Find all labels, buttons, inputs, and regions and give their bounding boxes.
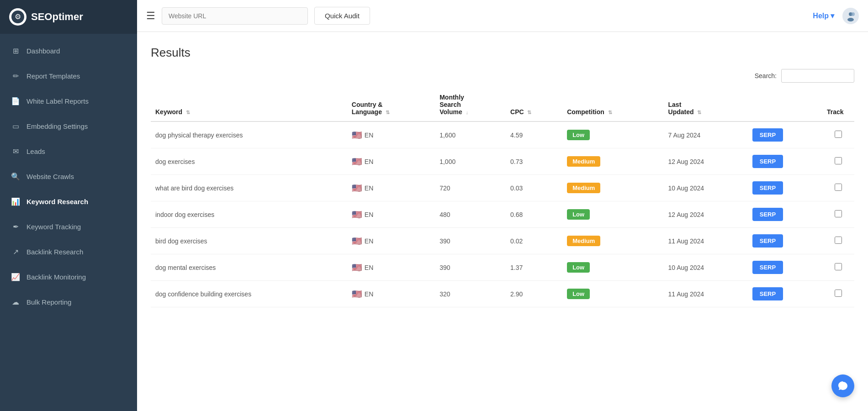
sidebar-item-white-label-reports[interactable]: 📄White Label Reports <box>0 89 137 114</box>
lang-1: EN <box>365 158 373 165</box>
serp-button-0[interactable]: SERP <box>752 128 783 142</box>
svg-text:⚙: ⚙ <box>15 13 21 21</box>
nav-icon-backlink-monitoring: 📈 <box>11 273 20 281</box>
flag-icon-4: 🇺🇸 <box>352 236 362 246</box>
cell-updated-3: 12 Aug 2024 <box>664 201 748 228</box>
table-row: indoor dog exercises 🇺🇸 EN 480 0.68 Low … <box>151 201 854 228</box>
cell-cpc-1: 0.73 <box>506 148 562 175</box>
flag-icon-6: 🇺🇸 <box>352 289 362 299</box>
sidebar-label-keyword-tracking: Keyword Tracking <box>26 223 81 231</box>
table-body: dog physical therapy exercises 🇺🇸 EN 1,6… <box>151 121 854 307</box>
cell-track-4 <box>822 228 854 254</box>
cell-country-2: 🇺🇸 EN <box>347 175 435 201</box>
track-checkbox-2[interactable] <box>835 184 842 191</box>
track-checkbox-1[interactable] <box>835 157 842 164</box>
nav-icon-keyword-research: 📊 <box>11 197 20 206</box>
url-input[interactable] <box>162 7 308 25</box>
table-row: dog mental exercises 🇺🇸 EN 390 1.37 Low … <box>151 254 854 281</box>
table-header: Keyword ⇅ Country &Language ⇅ MonthlySea… <box>151 88 854 121</box>
sidebar-label-backlink-monitoring: Backlink Monitoring <box>26 273 86 281</box>
serp-button-4[interactable]: SERP <box>752 234 783 248</box>
track-checkbox-0[interactable] <box>835 131 842 138</box>
sort-icon-updated[interactable]: ⇅ <box>697 110 701 116</box>
sidebar-item-keyword-research[interactable]: 📊Keyword Research <box>0 189 137 214</box>
cell-volume-6: 320 <box>435 281 506 307</box>
sort-icon-keyword[interactable]: ⇅ <box>186 110 190 116</box>
track-checkbox-5[interactable] <box>835 263 842 270</box>
track-checkbox-3[interactable] <box>835 210 842 217</box>
sort-icon-cpc[interactable]: ⇅ <box>527 110 531 116</box>
cell-serp-0: SERP <box>748 121 822 148</box>
cell-competition-6: Low <box>562 281 663 307</box>
cell-updated-2: 10 Aug 2024 <box>664 175 748 201</box>
chat-bubble[interactable] <box>831 374 854 397</box>
cell-competition-4: Medium <box>562 228 663 254</box>
sort-icon-volume[interactable]: ↓ <box>466 110 469 115</box>
nav-icon-bulk-reporting: ☁ <box>11 298 20 306</box>
track-checkbox-4[interactable] <box>835 237 842 244</box>
serp-button-5[interactable]: SERP <box>752 261 783 274</box>
competition-badge-3: Low <box>567 209 590 220</box>
sidebar-label-bulk-reporting: Bulk Reporting <box>26 298 71 306</box>
competition-badge-4: Medium <box>567 236 600 246</box>
cell-keyword-2: what are bird dog exercises <box>151 175 347 201</box>
cell-country-0: 🇺🇸 EN <box>347 121 435 148</box>
user-avatar[interactable] <box>842 8 859 24</box>
serp-button-2[interactable]: SERP <box>752 181 783 195</box>
cell-serp-6: SERP <box>748 281 822 307</box>
cell-volume-5: 390 <box>435 254 506 281</box>
flag-icon-1: 🇺🇸 <box>352 157 362 167</box>
sidebar-label-leads: Leads <box>26 148 45 155</box>
sidebar-label-website-crawls: Website Crawls <box>26 173 74 180</box>
sidebar-item-embedding-settings[interactable]: ▭Embedding Settings <box>0 114 137 139</box>
serp-button-6[interactable]: SERP <box>752 287 783 300</box>
nav-icon-leads: ✉ <box>11 147 20 156</box>
cell-competition-2: Medium <box>562 175 663 201</box>
sidebar: ⚙ SEOptimer ⊞Dashboard✏Report Templates📄… <box>0 0 137 411</box>
col-keyword: Keyword ⇅ <box>151 88 347 121</box>
cell-volume-0: 1,600 <box>435 121 506 148</box>
flag-icon-5: 🇺🇸 <box>352 263 362 273</box>
sidebar-item-backlink-research[interactable]: ↗Backlink Research <box>0 239 137 264</box>
nav-icon-embedding-settings: ▭ <box>11 122 20 131</box>
search-input[interactable] <box>781 69 854 83</box>
competition-badge-5: Low <box>567 262 590 273</box>
menu-toggle-icon[interactable]: ☰ <box>146 10 155 22</box>
serp-button-1[interactable]: SERP <box>752 155 783 168</box>
lang-4: EN <box>365 237 373 245</box>
results-table: Keyword ⇅ Country &Language ⇅ MonthlySea… <box>151 88 854 307</box>
serp-button-3[interactable]: SERP <box>752 208 783 221</box>
track-checkbox-6[interactable] <box>835 290 842 297</box>
col-track: Track <box>822 88 854 121</box>
sidebar-item-website-crawls[interactable]: 🔍Website Crawls <box>0 164 137 189</box>
sidebar-item-leads[interactable]: ✉Leads <box>0 139 137 164</box>
competition-badge-6: Low <box>567 289 590 299</box>
logo[interactable]: ⚙ SEOptimer <box>0 0 137 34</box>
cell-country-3: 🇺🇸 EN <box>347 201 435 228</box>
sidebar-item-report-templates[interactable]: ✏Report Templates <box>0 63 137 89</box>
help-button[interactable]: Help ▾ <box>813 11 834 20</box>
sidebar-item-keyword-tracking[interactable]: ✒Keyword Tracking <box>0 214 137 239</box>
sidebar-item-dashboard[interactable]: ⊞Dashboard <box>0 38 137 63</box>
sidebar-item-backlink-monitoring[interactable]: 📈Backlink Monitoring <box>0 264 137 290</box>
cell-country-5: 🇺🇸 EN <box>347 254 435 281</box>
cell-track-1 <box>822 148 854 175</box>
col-last-updated: LastUpdated ⇅ <box>664 88 748 121</box>
sidebar-item-bulk-reporting[interactable]: ☁Bulk Reporting <box>0 290 137 315</box>
cell-serp-5: SERP <box>748 254 822 281</box>
competition-badge-0: Low <box>567 130 590 140</box>
logo-icon: ⚙ <box>9 8 26 26</box>
topbar: ☰ Quick Audit Help ▾ <box>137 0 868 32</box>
quick-audit-button[interactable]: Quick Audit <box>314 7 370 25</box>
nav-icon-dashboard: ⊞ <box>11 47 20 55</box>
cell-track-2 <box>822 175 854 201</box>
sort-icon-competition[interactable]: ⇅ <box>608 110 612 116</box>
table-row: dog exercises 🇺🇸 EN 1,000 0.73 Medium 12… <box>151 148 854 175</box>
cell-competition-3: Low <box>562 201 663 228</box>
cell-cpc-4: 0.02 <box>506 228 562 254</box>
sidebar-label-white-label-reports: White Label Reports <box>26 97 89 105</box>
cell-country-4: 🇺🇸 EN <box>347 228 435 254</box>
sort-icon-country[interactable]: ⇅ <box>386 110 390 116</box>
cell-cpc-5: 1.37 <box>506 254 562 281</box>
nav-icon-keyword-tracking: ✒ <box>11 222 20 231</box>
